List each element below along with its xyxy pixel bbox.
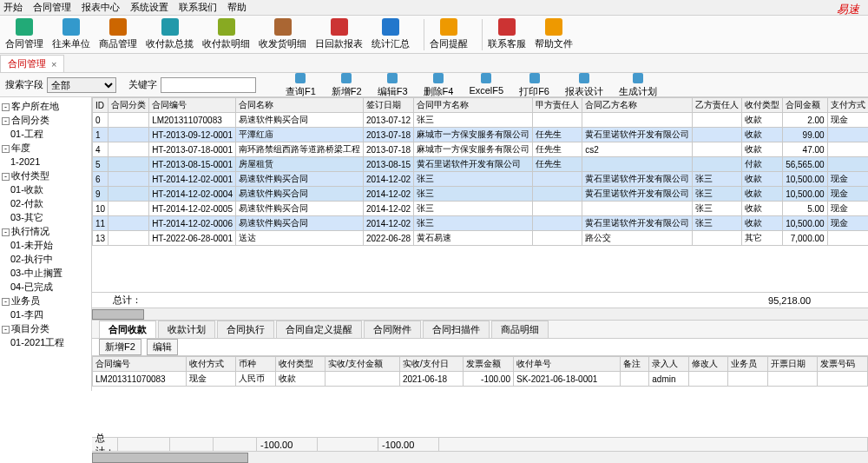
genplan-button[interactable]: 生成计划 [619,71,657,98]
tree-node[interactable]: 03-其它 [2,210,89,224]
contract-mgmt-button[interactable]: 合同管理 [5,18,43,50]
column-header[interactable]: 实收/支付日 [399,357,463,372]
horizontal-scrollbar[interactable] [92,308,868,320]
tree-toggle-icon[interactable]: - [2,228,10,236]
column-header[interactable]: 发票金额 [464,357,514,372]
help-button[interactable]: 帮助文件 [535,18,573,50]
detail-tab[interactable]: 合同附件 [364,321,421,338]
table-row[interactable]: 13HT-2022-06-28-0001送达2022-06-28黄石易速路公交其… [93,231,869,246]
pay-detail-button[interactable]: 收付款明细 [202,18,250,50]
column-header[interactable]: 币种 [236,357,275,372]
tree-toggle-icon[interactable]: - [2,298,10,306]
column-header[interactable]: 修改人 [688,357,727,372]
column-header[interactable]: 收付类型 [742,98,783,113]
tree-toggle-icon[interactable]: - [2,117,10,125]
tree-node[interactable]: -收付类型 [2,169,89,182]
footer-scrollbar[interactable] [92,451,868,463]
column-header[interactable]: 收付类型 [275,357,326,372]
tree-node[interactable]: 01-收款 [2,182,89,196]
detail-tab[interactable]: 合同执行 [217,321,274,338]
table-row[interactable]: 10HT-2014-12-02-0005易速软件购买合同2014-12-02张三… [93,202,869,216]
menu-系统设置[interactable]: 系统设置 [130,1,168,14]
tree-node[interactable]: 03-中止搁置 [2,266,89,280]
menu-帮助[interactable]: 帮助 [227,1,247,14]
tree-toggle-icon[interactable]: - [2,173,10,181]
return-report-button[interactable]: 日回款报表 [315,18,363,50]
tree-node[interactable]: 1-2021 [2,155,89,169]
del-button[interactable]: 删除F4 [424,71,454,98]
detail-tab[interactable]: 收款计划 [158,321,215,338]
column-header[interactable]: 发票号码 [818,357,868,372]
menu-合同管理[interactable]: 合同管理 [33,1,71,14]
table-row[interactable]: 6HT-2014-12-02-0001易速软件购买合同2014-12-02张三黄… [93,172,869,187]
menu-联系我们[interactable]: 联系我们 [179,1,217,14]
table-row[interactable]: 4HT-2013-07-18-0001南环路禁组西路等道路桥梁工程2013-07… [93,142,869,157]
units-button[interactable]: 往来单位 [52,18,90,50]
column-header[interactable]: 签订日期 [363,98,413,113]
detail-edit-button[interactable]: 编辑 [147,339,178,355]
rptdesign-button[interactable]: 报表设计 [565,71,603,98]
contract-grid[interactable]: ID合同分类合同编号合同名称签订日期合同甲方名称甲方责任人合同乙方名称乙方责任人… [92,97,868,292]
tree-toggle-icon[interactable]: - [2,326,10,334]
column-header[interactable]: 合同分类 [108,98,149,113]
column-header[interactable]: 合同甲方名称 [414,98,533,113]
tree-node[interactable]: -客户所在地 [2,99,89,113]
tree-node[interactable]: 02-执行中 [2,252,89,266]
search-field-select[interactable]: 全部 [47,77,116,93]
column-header[interactable]: 开票日期 [767,357,818,372]
query-button[interactable]: 查询F1 [286,71,316,98]
category-tree[interactable]: -客户所在地-合同分类01-工程-年度1-2021-收付类型01-收款02-付款… [0,97,92,391]
deliver-detail-button[interactable]: 收发货明细 [259,18,306,50]
tree-node[interactable]: -业务员 [2,294,89,308]
edit-button[interactable]: 编辑F3 [378,71,408,98]
detail-tab[interactable]: 合同扫描件 [423,321,490,338]
contact-button[interactable]: 联系客服 [488,18,526,50]
detail-tab[interactable]: 商品明细 [491,321,549,338]
tree-node[interactable]: -年度 [2,141,89,155]
detail-new-button[interactable]: 新增F2 [99,339,141,355]
tree-node[interactable]: 04-已完成 [2,280,89,294]
tree-node[interactable]: 01-2021工程 [2,335,89,349]
tree-toggle-icon[interactable]: - [2,103,10,111]
tree-node[interactable]: -项目分类 [2,321,89,335]
column-header[interactable]: 支付方式 [827,98,868,113]
excel-button[interactable]: ExcelF5 [469,71,503,98]
print-button[interactable]: 打印F6 [519,71,549,98]
table-row[interactable]: 9HT-2014-12-02-0004易速软件购买合同2014-12-02张三黄… [93,187,869,202]
tree-node[interactable]: 01-工程 [2,127,89,141]
remind-button[interactable]: 合同提醒 [430,18,468,50]
column-header[interactable]: 收付单号 [513,357,620,372]
detail-tab[interactable]: 合同自定义提醒 [276,321,362,338]
column-header[interactable]: 合同名称 [235,98,363,113]
new-button[interactable]: 新增F2 [332,71,362,98]
column-header[interactable]: 乙方责任人 [693,98,742,113]
tree-node[interactable]: 02-付款 [2,196,89,210]
table-row[interactable]: 11HT-2014-12-02-0006易速软件购买合同2014-12-02张三… [93,216,869,231]
tree-node[interactable]: -合同分类 [2,113,89,127]
tree-node[interactable]: 01-李四 [2,308,89,321]
menu-开始[interactable]: 开始 [3,1,23,14]
goods-button[interactable]: 商品管理 [99,18,137,50]
menu-报表中心[interactable]: 报表中心 [82,1,120,14]
tree-node[interactable]: 01-未开始 [2,238,89,252]
column-header[interactable]: 录入人 [649,357,688,372]
column-header[interactable]: 收付方式 [186,357,236,372]
close-icon[interactable]: × [51,59,56,69]
stats-button[interactable]: 统计汇总 [372,18,410,50]
tree-node[interactable]: -执行情况 [2,224,89,238]
table-row[interactable]: LM201311070083现金人民币收款2021-06-18-100.00SK… [93,372,868,387]
column-header[interactable]: ID [93,98,108,113]
column-header[interactable]: 业务员 [728,357,767,372]
column-header[interactable]: 甲方责任人 [533,98,582,113]
tree-toggle-icon[interactable]: - [2,145,10,153]
column-header[interactable]: 合同编号 [93,357,187,372]
table-row[interactable]: 1HT-2013-09-12-0001平潭红庙2013-07-18麻城市一方保安… [93,128,869,142]
table-row[interactable]: 0LM201311070083易速软件购买合同2013-07-12张三收款2.0… [93,113,869,128]
column-header[interactable]: 合同乙方名称 [582,98,693,113]
detail-grid[interactable]: 合同编号收付方式币种收付类型实收/支付金额实收/支付日发票金额收付单号备注录入人… [92,356,868,391]
pay-summary-button[interactable]: 收付款总揽 [146,18,194,50]
table-row[interactable]: 5HT-2013-08-15-0001房屋租赁2013-08-15黄石里诺软件开… [93,157,869,172]
detail-tab[interactable]: 合同收款 [99,321,156,338]
column-header[interactable]: 合同编号 [149,98,236,113]
column-header[interactable]: 备注 [621,357,649,372]
